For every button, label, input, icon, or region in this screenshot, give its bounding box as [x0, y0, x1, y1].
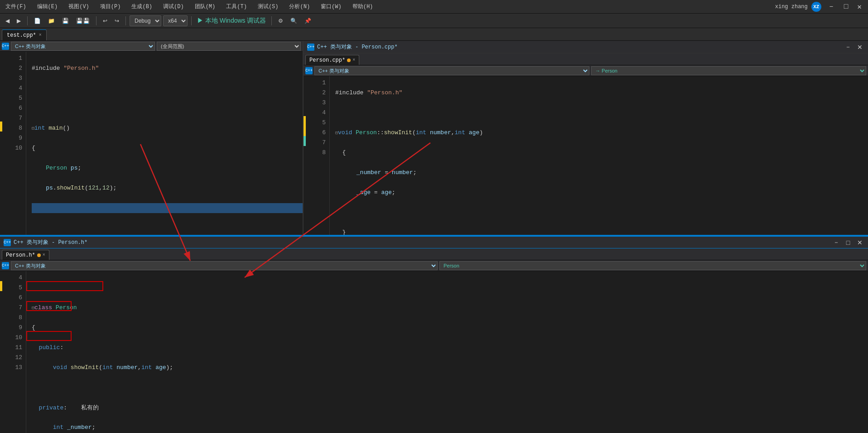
toolbar-extra-3[interactable]: 📌 [302, 17, 314, 25]
menu-debug[interactable]: 调试(D) [161, 2, 186, 11]
bottom-method-dropdown[interactable]: Person [439, 261, 866, 270]
gutter-line6 [304, 126, 306, 136]
right-code-line-7 [335, 208, 868, 218]
bottom-tab-personh[interactable]: Person.h* × [2, 250, 49, 260]
bottom-pane-chrome: C++ C++ 类与对象 - Person.h* － □ ✕ [0, 236, 868, 248]
right-gutter [304, 76, 307, 235]
bottom-tab-modified-dot [37, 253, 41, 257]
right-tab-personcpp[interactable]: Person.cpp* × [305, 55, 359, 65]
left-yellow-bar [0, 122, 2, 131]
menu-help[interactable]: 帮助(H) [351, 2, 375, 11]
toolbar: ◀ ▶ 📄 📁 💾 💾💾 ↩ ↪ Debug x64 ▶ 本地 Windows … [0, 14, 868, 28]
separator-2 [96, 16, 96, 25]
left-scope-dropdown[interactable]: (全局范围) [157, 42, 301, 51]
right-tab-label: Person.cpp* [309, 57, 345, 63]
bottom-code-area[interactable]: 4 5 6 7 8 9 10 11 12 13 ⊟class Person { … [0, 271, 868, 433]
right-win-icon: C++ [307, 44, 314, 51]
bottom-tab-close[interactable]: × [43, 253, 45, 258]
title-bar-right: xing zhang XZ － □ ✕ [775, 2, 864, 12]
right-code-line-4: { [335, 148, 868, 158]
right-code-content[interactable]: #include "Person.h" ⊟void Person::showIn… [330, 76, 868, 235]
menu-team[interactable]: 团队(M) [193, 2, 217, 11]
right-pane-title-text: C++ 类与对象 - Person.cpp* [317, 43, 841, 51]
bottom-gutter-line5 [0, 281, 2, 291]
menu-build[interactable]: 生成(B) [130, 2, 154, 11]
user-avatar: XZ [811, 2, 821, 12]
toolbar-extra-1[interactable]: ⚙ [275, 17, 286, 25]
right-code-line-1: #include "Person.h" [335, 88, 868, 98]
title-bar: 文件(F) 编辑(E) 视图(V) 项目(P) 生成(B) 调试(D) 团队(M… [0, 0, 868, 14]
config-dropdown[interactable]: Debug [130, 15, 161, 26]
window-maximize[interactable]: □ [841, 3, 851, 11]
bottom-pane-restore[interactable]: □ [844, 238, 853, 247]
open-file-button[interactable]: 📁 [45, 17, 58, 25]
bottom-pane-close[interactable]: ✕ [855, 238, 864, 247]
menu-view[interactable]: 视图(V) [67, 2, 91, 11]
right-class-dropdown[interactable]: C++ 类与对象 [314, 66, 589, 75]
toolbar-extra-2[interactable]: 🔍 [288, 17, 300, 25]
menu-test[interactable]: 测试(S) [256, 2, 280, 11]
bottom-nav-icon: C++ [2, 262, 9, 269]
menu-tools[interactable]: 工具(T) [224, 2, 249, 11]
menu-analyze[interactable]: 分析(N) [287, 2, 312, 11]
code-line-5: { [32, 143, 303, 153]
right-code-line-6: _age = age; [335, 188, 868, 198]
bottom-code-line-6: { [32, 323, 868, 333]
left-code-area[interactable]: 1 2 3 4 5 6 7 8 9 10 #include "Person.h"… [0, 52, 303, 235]
menu-file[interactable]: 文件(F) [4, 2, 28, 11]
run-button[interactable]: ▶ 本地 Windows 调试器 [195, 16, 268, 26]
left-line-numbers: 1 2 3 4 5 6 7 8 9 10 [4, 52, 26, 235]
main-tab-testcpp[interactable]: test.cpp* × [2, 29, 47, 40]
main-tab-bar: test.cpp* × [0, 28, 868, 41]
right-tab-close[interactable]: × [352, 58, 355, 63]
tab-testcpp-close[interactable]: × [39, 33, 42, 38]
right-tab-modified-dot [347, 58, 351, 62]
separator-5 [271, 16, 272, 25]
separator-4 [191, 16, 192, 25]
window-minimize[interactable]: － [825, 2, 838, 11]
right-code-area[interactable]: 1 2 3 4 5 6 7 8 #include "Person.h" ⊟voi… [304, 76, 868, 235]
code-line-3 [32, 103, 303, 113]
right-pane-title: C++ C++ 类与对象 - Person.cpp* － ✕ [304, 41, 868, 54]
platform-dropdown[interactable]: x64 [163, 15, 188, 26]
code-line-1: #include "Person.h" [32, 63, 303, 73]
save-button[interactable]: 💾 [59, 17, 72, 25]
bottom-code-line-7: public: [32, 343, 868, 353]
left-gutter [0, 52, 4, 235]
code-line-9 [32, 223, 303, 233]
bottom-inner-tab-bar: Person.h* × [0, 248, 868, 260]
redo-button[interactable]: ↪ [112, 17, 122, 25]
top-split: C++ C++ 类与对象 (全局范围) [0, 41, 868, 236]
left-nav-bar: C++ C++ 类与对象 (全局范围) [0, 41, 303, 52]
bottom-code-content[interactable]: ⊟class Person { public: void showInit(in… [26, 271, 868, 433]
left-code-content[interactable]: #include "Person.h" ⊟int main() { Person… [26, 52, 303, 235]
bottom-gutter [0, 271, 4, 433]
bottom-pane-minimize[interactable]: － [832, 238, 841, 247]
save-all-button[interactable]: 💾💾 [73, 17, 92, 25]
menu-project[interactable]: 项目(P) [98, 2, 123, 11]
code-line-6: Person ps; [32, 163, 303, 173]
window-close[interactable]: ✕ [854, 2, 864, 11]
username-label: xing zhang [775, 4, 808, 10]
undo-button[interactable]: ↩ [100, 17, 110, 25]
new-file-button[interactable]: 📄 [31, 17, 43, 25]
code-line-2 [32, 83, 303, 93]
right-code-line-3: ⊟void Person::showInit(int number,int ag… [335, 128, 868, 138]
right-pane-minimize[interactable]: － [844, 43, 853, 52]
forward-button[interactable]: ▶ [14, 17, 24, 25]
right-pane-close[interactable]: ✕ [855, 43, 864, 52]
menu-window[interactable]: 窗口(W) [319, 2, 343, 11]
right-code-line-5: _number = number; [335, 168, 868, 178]
left-class-dropdown[interactable]: C++ 类与对象 [11, 42, 155, 51]
bottom-code-line-4 [32, 283, 868, 293]
bottom-code-line-8: void showInit(int number,int age); [32, 363, 868, 373]
gutter-line7 [304, 136, 306, 146]
bottom-editor-pane: C++ C++ 类与对象 - Person.h* － □ ✕ Person.h*… [0, 236, 868, 433]
menu-edit[interactable]: 编辑(E) [35, 2, 60, 11]
bottom-class-dropdown[interactable]: C++ 类与对象 [11, 261, 438, 270]
right-method-dropdown[interactable]: → Person [591, 66, 866, 75]
bottom-pane-title-text: C++ 类与对象 - Person.h* [14, 238, 829, 246]
back-button[interactable]: ◀ [3, 17, 12, 25]
right-line-numbers: 1 2 3 4 5 6 7 8 [307, 76, 330, 235]
bottom-tab-label: Person.h* [6, 252, 35, 258]
